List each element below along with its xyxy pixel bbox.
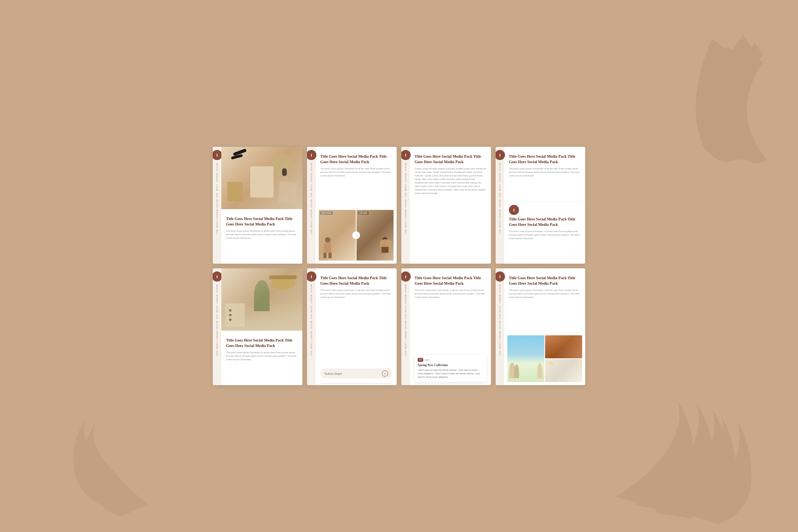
card-1-body: The best Lorem Ipsum Generator in all th…: [226, 229, 298, 240]
before-label: BEFORE: [320, 211, 333, 215]
card-3-number-badge: 1: [401, 150, 411, 160]
card-7-mail-title: Spring New Collection: [418, 363, 483, 367]
card-4-title-2: Title Goes Here Social Media Pack Title …: [509, 217, 581, 227]
card-7-body: The best Lorem Ipsum Generator in all th…: [415, 289, 486, 299]
card-4-main: Title Goes Here Social Media Pack Title …: [504, 147, 585, 264]
card-6-number-badge: 1: [307, 271, 316, 282]
card-5: 1 THE BEST LOREM IPSUM THE BEST LOREM IP…: [213, 268, 302, 385]
card-8-body: The best Lorem Ipsum Generator in all th…: [509, 289, 581, 299]
card-6-text: Title Goes Here Social Media Pack Title …: [316, 268, 397, 365]
card-1-image: [221, 147, 302, 209]
card-5-body: The best Lorem Ipsum Generator in all th…: [226, 351, 298, 361]
before-after-arrow: →: [352, 231, 360, 239]
card-4-sidebar-content: 1 THE BEST LOREM IPSUM THE BEST LOREM IP…: [496, 147, 505, 264]
card-2-sidebar-content: 1 THE BEST LOREM IPSUM THE BEST LOREM IP…: [307, 147, 316, 264]
card-2-body: The best Lorem Ipsum Generator in all th…: [320, 167, 392, 178]
card-6-sidebar: 1 THE BEST LOREM IPSUM THE BEST LOREM IP…: [307, 268, 316, 385]
card-8-number-badge: 1: [496, 271, 505, 282]
card-7-sidebar-text: THE BEST LOREM IPSUM THE BEST LOREM IPSU…: [404, 284, 407, 356]
card-5-sidebar: 1 THE BEST LOREM IPSUM THE BEST LOREM IP…: [213, 268, 221, 385]
card-1: 1 THE BEST LOREM IPSUM THE BEST LOREM IP…: [213, 147, 302, 264]
card-7-text: Title Goes Here Social Media Pack Title …: [410, 268, 491, 352]
card-6-title: Title Goes Here Social Media Pack Title …: [320, 275, 392, 286]
card-6-search-bar[interactable]: Tsukuru Depot ⌕: [320, 368, 392, 379]
card-2-sidebar-text: THE BEST LOREM IPSUM THE BEST LOREM IPSU…: [310, 162, 312, 234]
card-7-sidebar-content: 1 THE BEST LOREM IPSUM THE BEST LOREM IP…: [401, 268, 411, 385]
card-5-sidebar-text: THE BEST LOREM IPSUM THE BEST LOREM IPSU…: [216, 284, 218, 356]
card-8-collage: [507, 335, 582, 382]
card-7-mail-card: ✉ Mail Spring New Collection I don't wan…: [415, 355, 486, 382]
card-1-text: Title Goes Here Social Media Pack Title …: [221, 209, 302, 264]
card-7-sidebar: 1 THE BEST LOREM IPSUM THE BEST LOREM IP…: [401, 268, 410, 385]
card-3-sidebar-text: THE BEST LOREM IPSUM THE BEST LOREM IPSU…: [404, 162, 407, 234]
card-8-sidebar: 1 THE BEST LOREM IPSUM THE BEST LOREM IP…: [496, 268, 504, 385]
card-7-mail-header: ✉ Mail: [418, 358, 483, 362]
search-icon[interactable]: ⌕: [382, 370, 388, 377]
buttons: [229, 309, 231, 321]
card-7: 1 THE BEST LOREM IPSUM THE BEST LOREM IP…: [401, 268, 491, 385]
card-5-main: Title Goes Here Social Media Pack Title …: [221, 268, 302, 385]
card-6-main: Title Goes Here Social Media Pack Title …: [316, 268, 397, 385]
card-8-text: Title Goes Here Social Media Pack Title …: [504, 268, 585, 334]
card-5-image: [221, 268, 302, 331]
collage-right: [545, 335, 582, 382]
card-4-text-1: Title Goes Here Social Media Pack Title …: [504, 147, 585, 202]
card-1-sidebar-content: 1 THE BEST LOREM IPSUM THE BEST LOREM IP…: [213, 147, 222, 264]
leaf-decoration-bottom-left: [39, 419, 156, 516]
card-5-number-badge: 1: [213, 271, 222, 282]
card-6-body: The best Lorem Ipsum Generator in all th…: [320, 289, 392, 299]
card-7-number-badge: 1: [401, 271, 411, 282]
card-2-after: AFTER: [357, 210, 394, 261]
card-3-sidebar: 1 THE BEST LOREM IPSUM THE BEST LOREM IP…: [401, 147, 410, 264]
card-8-title: Title Goes Here Social Media Pack Title …: [509, 275, 581, 286]
person-figure-before: [323, 237, 332, 259]
card-2: 1 THE BEST LOREM IPSUM THE BEST LOREM IP…: [307, 147, 397, 264]
card-1-sidebar-text: THE BEST LOREM IPSUM THE BEST LOREM IPSU…: [216, 162, 218, 234]
collage-img-floral: [545, 359, 582, 382]
leaf-decoration-bottom-right: [595, 388, 790, 524]
cloth-piece: [225, 303, 245, 327]
card-4-number2-badge: 1: [509, 205, 519, 215]
card-4-body-1: The best Lorem Ipsum Generator in all th…: [509, 167, 581, 178]
card-8: 1 THE BEST LOREM IPSUM THE BEST LOREM IP…: [496, 268, 585, 385]
card-4: 1 THE BEST LOREM IPSUM THE BEST LOREM IP…: [496, 147, 585, 264]
card-7-mail-label: Mail: [425, 359, 429, 361]
card-4-number2-wrap: 1: [504, 202, 585, 215]
card-4-sidebar: 1 THE BEST LOREM IPSUM THE BEST LOREM IP…: [496, 147, 504, 264]
card-5-text: Title Goes Here Social Media Pack Title …: [221, 331, 302, 385]
card-3-body: Cotton candy brownie dragée gummies souf…: [415, 167, 486, 195]
card-2-sidebar: 1 THE BEST LOREM IPSUM THE BEST LOREM IP…: [307, 147, 316, 264]
card-3-main: Title Goes Here Social Media Pack Title …: [410, 147, 491, 264]
card-8-sidebar-content: 1 THE BEST LOREM IPSUM THE BEST LOREM IP…: [496, 268, 505, 385]
mail-icon: ✉: [418, 358, 423, 362]
card-1-main: Title Goes Here Social Media Pack Title …: [221, 147, 302, 264]
card-6-sidebar-text: THE BEST LOREM IPSUM THE BEST LOREM IPSU…: [310, 284, 312, 356]
card-2-before-after: BEFORE AFTER: [319, 210, 394, 261]
card-7-mail-body: I don't want to drain the whole swamp. I…: [418, 368, 483, 379]
card-1-sidebar: 1 THE BEST LOREM IPSUM THE BEST LOREM IP…: [213, 147, 221, 264]
card-4-body-2: The best Lorem Ipsum Generator in all th…: [509, 230, 581, 240]
card-5-title: Title Goes Here Social Media Pack Title …: [226, 338, 298, 349]
card-4-text-2: Title Goes Here Social Media Pack Title …: [504, 215, 585, 264]
plant-bg: [254, 280, 270, 311]
card-5-sidebar-content: 1 THE BEST LOREM IPSUM THE BEST LOREM IP…: [213, 268, 222, 385]
collage-img-rust: [545, 335, 582, 358]
card-2-title: Title Goes Here Social Media Pack Title …: [320, 154, 392, 165]
hat-brim: [269, 275, 297, 279]
card-6-sidebar-content: 1 THE BEST LOREM IPSUM THE BEST LOREM IP…: [307, 268, 316, 385]
card-8-main: Title Goes Here Social Media Pack Title …: [504, 268, 585, 385]
card-3-title: Title Goes Here Social Media Pack Title …: [415, 154, 486, 165]
card-7-main: Title Goes Here Social Media Pack Title …: [410, 268, 491, 385]
card-2-main: Title Goes Here Social Media Pack Title …: [316, 147, 397, 264]
card-6-search-text: Tsukuru Depot: [324, 372, 380, 375]
hat-shape: [380, 239, 392, 247]
card-4-title-1: Title Goes Here Social Media Pack Title …: [509, 154, 581, 165]
card-2-before: BEFORE: [319, 210, 356, 261]
card-6: 1 THE BEST LOREM IPSUM THE BEST LOREM IP…: [307, 268, 397, 385]
card-4-sidebar-text: THE BEST LOREM IPSUM THE BEST LOREM IPSU…: [499, 162, 501, 234]
card-3-text: Title Goes Here Social Media Pack Title …: [410, 147, 491, 264]
card-2-number-badge: 1: [307, 150, 316, 160]
card-2-text: Title Goes Here Social Media Pack Title …: [316, 147, 397, 210]
card-7-title: Title Goes Here Social Media Pack Title …: [415, 275, 486, 286]
card-3: 1 THE BEST LOREM IPSUM THE BEST LOREM IP…: [401, 147, 491, 264]
